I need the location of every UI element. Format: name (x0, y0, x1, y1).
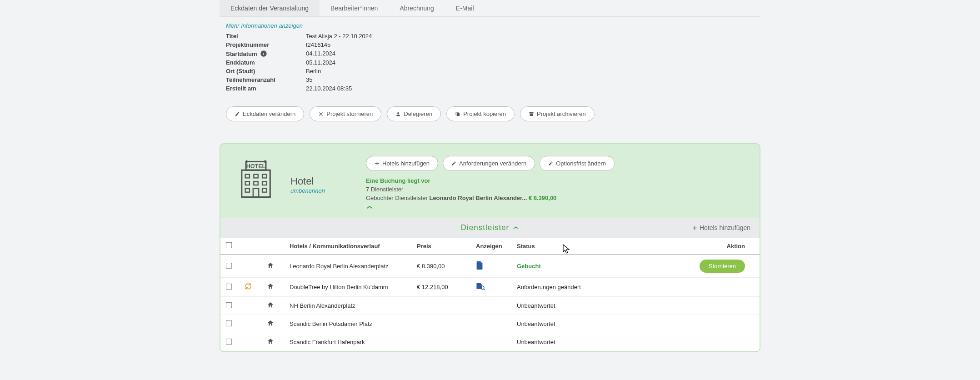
value-ort: Berlin (306, 68, 321, 75)
table-row: Scandic Berlin Potsdamer Platz Unbeantwo… (220, 315, 760, 333)
collapse-up-toggle[interactable] (366, 203, 747, 213)
home-icon[interactable] (267, 320, 274, 327)
dienstleister-title-text: Dienstleister (461, 223, 510, 232)
chevron-up-icon (513, 225, 519, 230)
copy-icon (455, 111, 460, 117)
edit-eckdaten-label: Eckdaten verändern (243, 110, 295, 117)
home-icon[interactable] (267, 262, 274, 269)
row-checkbox[interactable] (226, 302, 232, 308)
tab-abrechnung[interactable]: Abrechnung (389, 0, 445, 16)
archive-icon (529, 111, 534, 117)
tab-bearbeiter[interactable]: Bearbeiter*innen (320, 0, 389, 16)
svg-text:i: i (263, 51, 264, 56)
svg-rect-20 (262, 189, 266, 192)
cancel-project-button[interactable]: Projekt stornieren (310, 106, 381, 121)
label-projektnummer: Projektnummer (226, 41, 306, 48)
hotel-name[interactable]: Scandic Frankfurt Hafenpark (290, 339, 417, 345)
status-badge: Gebucht (517, 263, 541, 270)
value-projektnummer: t2416145 (306, 41, 330, 48)
status-text: Anforderungen geändert (517, 284, 581, 290)
label-startdatum: Startdatum i (226, 50, 306, 57)
table-row: NH Berlin Alexanderplatz Unbeantwortet (220, 297, 760, 315)
hotel-building-icon: HOTEL (233, 156, 279, 213)
table-header: Hotels / Kommunikationsverlauf Preis Anz… (220, 238, 760, 255)
hotel-card: HOTEL Hotel umbenennen (220, 143, 760, 352)
svg-rect-3 (457, 113, 460, 116)
project-actions: Eckdaten verändern Projekt stornieren De… (220, 102, 760, 130)
svg-rect-16 (254, 181, 258, 185)
home-icon[interactable] (267, 283, 274, 290)
row-checkbox[interactable] (226, 338, 232, 345)
value-startdatum: 04.11.2024 (306, 50, 335, 57)
tab-email[interactable]: E-Mail (445, 0, 485, 16)
more-info-link[interactable]: Mehr Informationen anzeigen (226, 22, 754, 29)
svg-text:HOTEL: HOTEL (246, 163, 266, 170)
label-enddatum: Enddatum (226, 59, 306, 66)
svg-rect-6 (530, 114, 533, 116)
svg-rect-5 (530, 112, 534, 114)
booking-exists-text: Eine Buchung liegt vor (366, 177, 747, 184)
edit-eckdaten-button[interactable]: Eckdaten verändern (226, 106, 304, 121)
add-hotels-button[interactable]: Hotels hinzufügen (366, 156, 438, 171)
booked-price: € 8.390,00 (529, 195, 556, 201)
label-erstellt: Erstellt am (226, 85, 306, 92)
col-preis: Preis (417, 243, 476, 250)
change-optionsfrist-button[interactable]: Optionsfrist ändern (540, 156, 615, 171)
tab-eckdaten[interactable]: Eckdaten der Veranstaltung (220, 0, 320, 16)
change-optionsfrist-label: Optionsfrist ändern (556, 160, 606, 167)
svg-point-2 (397, 112, 399, 114)
stornieren-button[interactable]: Stornieren (700, 260, 745, 273)
value-enddatum: 05.11.2024 (306, 59, 335, 66)
hotel-rename-link[interactable]: umbenennen (290, 187, 354, 194)
copy-project-button[interactable]: Projekt kopieren (446, 106, 515, 121)
add-hotels-link[interactable]: Hotels hinzufügen (692, 224, 750, 231)
pdf-icon[interactable] (476, 261, 483, 270)
booked-provider-line: Gebuchter Dienstleister Leonardo Royal B… (366, 195, 747, 201)
archive-project-label: Projekt archivieren (537, 110, 586, 117)
delegate-label: Delegieren (404, 110, 432, 117)
svg-rect-17 (262, 181, 266, 185)
status-text: Unbeantwortet (517, 339, 555, 345)
dienstleister-header: Dienstleister Hotels hinzufügen (220, 218, 760, 238)
home-icon[interactable] (267, 338, 274, 345)
hotel-section-title: Hotel (290, 175, 354, 187)
label-startdatum-text: Startdatum (226, 50, 257, 57)
col-hotels: Hotels / Kommunikationsverlauf (290, 243, 417, 250)
hotel-name[interactable]: NH Berlin Alexanderplatz (290, 302, 417, 309)
info-icon[interactable]: i (260, 50, 267, 57)
change-requirements-button[interactable]: Anforderungen verändern (443, 156, 535, 171)
change-requirements-label: Anforderungen verändern (459, 160, 526, 167)
close-icon (318, 111, 324, 117)
svg-rect-15 (245, 181, 250, 185)
svg-rect-18 (245, 189, 250, 192)
svg-rect-10 (246, 160, 247, 163)
select-all-checkbox[interactable] (226, 242, 232, 249)
hotel-price: € 12.218,00 (417, 284, 476, 290)
hotel-name[interactable]: Scandic Berlin Potsdamer Platz (290, 320, 417, 327)
svg-rect-14 (262, 175, 266, 178)
add-hotels-link-label: Hotels hinzufügen (700, 224, 750, 231)
pencil-icon (548, 161, 553, 166)
table-row: DoubleTree by Hilton Berlin Ku'damm € 12… (220, 278, 760, 297)
tabs: Eckdaten der Veranstaltung Bearbeiter*in… (220, 0, 760, 17)
hotel-table: Hotels / Kommunikationsverlauf Preis Anz… (220, 238, 760, 351)
plus-icon (692, 225, 697, 230)
document-search-icon[interactable] (476, 282, 485, 290)
svg-rect-12 (245, 175, 250, 178)
col-anzeigen: Anzeigen (476, 243, 517, 250)
table-row: Scandic Frankfurt Hafenpark Unbeantworte… (220, 333, 760, 351)
home-icon[interactable] (267, 301, 274, 309)
hotel-name[interactable]: DoubleTree by Hilton Berlin Ku'damm (290, 284, 417, 290)
hotel-name[interactable]: Leonardo Royal Berlin Alexanderplatz (290, 263, 417, 270)
plus-icon (375, 161, 380, 166)
delegate-button[interactable]: Delegieren (387, 106, 441, 121)
row-checkbox[interactable] (226, 320, 232, 326)
row-checkbox[interactable] (226, 283, 232, 290)
provider-count-text: 7 Dienstleister (366, 186, 747, 193)
add-hotels-label: Hotels hinzufügen (382, 160, 430, 167)
archive-project-button[interactable]: Projekt archivieren (520, 106, 595, 121)
label-teilnehmer: Teilnehmeranzahl (226, 76, 306, 83)
dienstleister-toggle[interactable]: Dienstleister (461, 223, 520, 232)
label-titel: Titel (226, 33, 306, 40)
row-checkbox[interactable] (226, 262, 232, 269)
